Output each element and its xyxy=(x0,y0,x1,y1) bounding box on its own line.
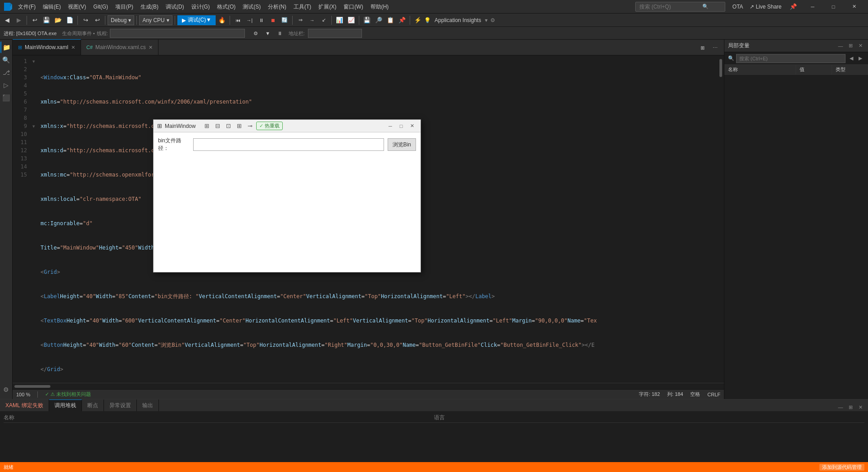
minimize-button[interactable]: ─ xyxy=(802,0,823,14)
locals-popout-btn[interactable]: ⊞ xyxy=(846,42,854,50)
app-insights-dropdown[interactable]: 💡 Application Insights ▾ ⚙ xyxy=(424,17,495,23)
save-all-btn[interactable]: 📄 xyxy=(64,15,75,26)
menu-window[interactable]: 窗口(W) xyxy=(340,0,366,14)
mem3[interactable]: 📋 xyxy=(385,15,396,26)
menu-build[interactable]: 生成(B) xyxy=(137,0,162,14)
locals-prev-btn[interactable]: ◀ xyxy=(847,54,855,63)
perf-btn[interactable]: ⚡ xyxy=(412,15,423,26)
pin-icon[interactable]: 📌 xyxy=(788,3,799,10)
tab-close-0[interactable]: ✕ xyxy=(71,45,75,50)
locals-next-btn[interactable]: ▶ xyxy=(856,54,864,63)
menu-project[interactable]: 项目(P) xyxy=(112,0,137,14)
menu-extensions[interactable]: 扩展(X) xyxy=(315,0,340,14)
preview-maximize-btn[interactable]: □ xyxy=(396,122,406,131)
h-scrollbar-thumb[interactable] xyxy=(14,385,50,388)
forward-btn[interactable]: ▶ xyxy=(14,15,24,26)
run-button[interactable]: ▶ 调试(C)▼ xyxy=(177,15,216,25)
menu-file[interactable]: 文件(F) xyxy=(14,0,39,14)
activity-settings[interactable]: ⚙ xyxy=(0,384,12,395)
locals-minimize-btn[interactable]: — xyxy=(836,42,845,50)
diag1[interactable]: 📊 xyxy=(334,15,345,26)
menu-format[interactable]: 格式(O) xyxy=(213,0,239,14)
diag2[interactable]: 📈 xyxy=(346,15,357,26)
debug-ctrl4[interactable]: ⏹ xyxy=(267,15,278,26)
tab-mainwindow-xaml-cs[interactable]: C# MainWindow.xaml.cs ✕ xyxy=(81,39,158,55)
bottom-tab-breakpoints[interactable]: 断点 xyxy=(82,399,104,411)
bottom-minimize-btn[interactable]: — xyxy=(836,403,845,411)
activity-run-debug[interactable]: ▷ xyxy=(0,79,12,91)
scrollbar-thumb[interactable] xyxy=(719,59,722,77)
debug-ctrl1[interactable]: ⏮ xyxy=(232,15,243,26)
debug-ctrl3[interactable]: ⏸ xyxy=(256,15,267,26)
debug-ctrl2[interactable]: →| xyxy=(244,15,255,26)
address-bar[interactable] xyxy=(308,29,362,38)
tab-action-split[interactable]: ⊞ xyxy=(697,42,708,53)
bottom-tab-xaml-errors[interactable]: XAML 绑定失败 xyxy=(0,399,49,411)
debug-ctrl5[interactable]: 🔄 xyxy=(279,15,290,26)
preview-snap-btn[interactable]: ⊟ xyxy=(213,121,223,131)
preview-browse-btn[interactable]: 浏览Bin xyxy=(388,138,416,151)
fire-btn[interactable]: 🔥 xyxy=(217,15,227,26)
bottom-close-btn[interactable]: ✕ xyxy=(856,403,864,411)
title-search[interactable]: 🔍 xyxy=(635,2,725,12)
preview-close-btn[interactable]: ✕ xyxy=(407,122,417,131)
bottom-tab-output[interactable]: 输出 xyxy=(137,399,159,411)
bottom-tab-exceptions[interactable]: 异常设置 xyxy=(104,399,137,411)
hot-reload-badge[interactable]: ✓ 热重载 xyxy=(256,122,283,130)
add-source-ctrl-btn[interactable]: 添加到源代码管理 xyxy=(819,464,864,471)
preview-form-input[interactable] xyxy=(193,138,384,151)
redo-btn[interactable]: ↩ xyxy=(92,15,103,26)
mem1[interactable]: 💾 xyxy=(362,15,372,26)
maximize-button[interactable]: □ xyxy=(823,0,844,14)
undo-btn[interactable]: ↩ xyxy=(29,15,40,26)
activity-extensions[interactable]: ⬛ xyxy=(0,92,12,104)
menu-edit[interactable]: 编辑(E) xyxy=(39,0,64,14)
close-button[interactable]: ✕ xyxy=(844,0,864,14)
bottom-tab-callstack[interactable]: 调用堆栈 xyxy=(49,399,82,411)
platform-dropdown[interactable]: Any CPU ▾ xyxy=(139,15,172,25)
activity-explorer[interactable]: 📁 xyxy=(0,41,12,53)
debug-mode-dropdown[interactable]: Debug ▾ xyxy=(108,15,134,25)
vertical-scrollbar[interactable] xyxy=(718,55,724,383)
issues-status[interactable]: ✓ ⚠ 未找到相关问题 xyxy=(45,391,91,398)
menu-design[interactable]: 设计(G) xyxy=(188,0,213,14)
live-share-button[interactable]: ↗ Live Share xyxy=(747,3,784,11)
menu-debug[interactable]: 调试(D) xyxy=(162,0,188,14)
save-btn[interactable]: 💾 xyxy=(41,15,52,26)
menu-git[interactable]: Git(G) xyxy=(90,0,112,14)
fold-9[interactable]: ▾ xyxy=(31,122,37,130)
undo2-btn[interactable]: ↪ xyxy=(80,15,91,26)
thread-input[interactable] xyxy=(110,29,245,38)
mem2[interactable]: 🔎 xyxy=(373,15,384,26)
pause-all-btn[interactable]: ⏸ xyxy=(275,28,285,39)
activity-search[interactable]: 🔍 xyxy=(0,54,12,66)
menu-tools[interactable]: 工具(T) xyxy=(290,0,315,14)
menu-test[interactable]: 测试(S) xyxy=(239,0,264,14)
debug-step1[interactable]: ⇒ xyxy=(295,15,306,26)
preview-zoom-btn[interactable]: ⊞ xyxy=(235,121,244,131)
back-btn[interactable]: ◀ xyxy=(2,15,13,26)
locals-close-btn[interactable]: ✕ xyxy=(856,42,864,50)
filter2-btn[interactable]: ▼ xyxy=(262,28,273,39)
menu-help[interactable]: 帮助(H) xyxy=(367,0,393,14)
mem4[interactable]: 📌 xyxy=(397,15,407,26)
tab-mainwindow-xaml[interactable]: ⊞ MainWindow.xaml ✕ xyxy=(13,39,81,55)
menu-analyze[interactable]: 分析(N) xyxy=(264,0,290,14)
locals-search-input[interactable] xyxy=(736,54,845,63)
filter-btn[interactable]: ⚙ xyxy=(250,28,261,39)
preview-cursor-btn[interactable]: ⊸ xyxy=(245,121,255,131)
activity-source-control[interactable]: ⎇ xyxy=(0,67,12,78)
preview-minimize-btn[interactable]: ─ xyxy=(385,122,395,131)
tab-action-more[interactable]: ⋯ xyxy=(710,42,720,53)
preview-fit-btn[interactable]: ⊡ xyxy=(224,121,234,131)
debug-step2[interactable]: → xyxy=(307,15,317,26)
preview-grid-btn[interactable]: ⊞ xyxy=(202,121,212,131)
open-btn[interactable]: 📂 xyxy=(53,15,63,26)
fold-1[interactable]: ▾ xyxy=(31,57,37,65)
debug-step3[interactable]: ↙ xyxy=(318,15,329,26)
menu-view[interactable]: 视图(V) xyxy=(64,0,90,14)
tab-close-1[interactable]: ✕ xyxy=(149,45,153,50)
search-input[interactable] xyxy=(639,4,702,10)
zoom-level[interactable]: 100 % xyxy=(16,392,30,397)
horizontal-scrollbar[interactable] xyxy=(13,383,724,389)
